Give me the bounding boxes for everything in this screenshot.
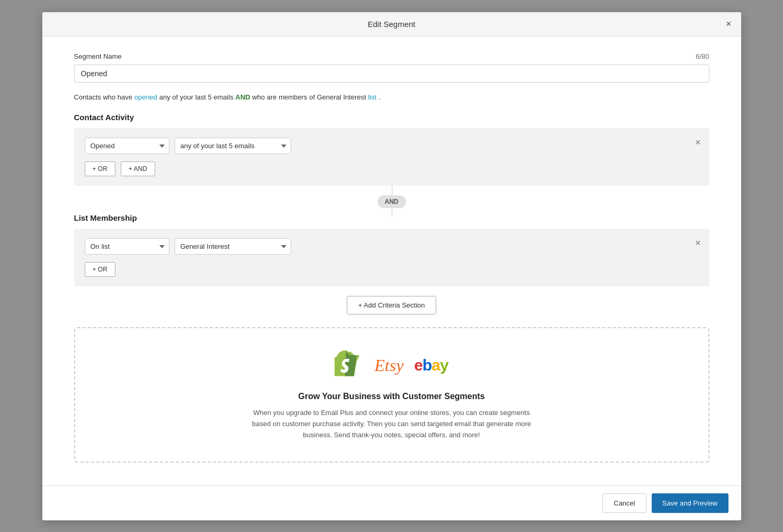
opened-link[interactable]: opened bbox=[134, 93, 157, 101]
modal-header: Edit Segment × bbox=[42, 12, 741, 37]
summary-suffix: who are members of General Interest bbox=[252, 93, 368, 101]
edit-segment-modal: Edit Segment × Segment Name 6/80 Contact… bbox=[42, 12, 741, 520]
and-connector: AND bbox=[74, 190, 709, 213]
summary-prefix: Contacts who have bbox=[74, 93, 134, 101]
upsell-title: Grow Your Business with Customer Segment… bbox=[91, 392, 692, 401]
summary-middle: any of your last 5 emails bbox=[159, 93, 236, 101]
ebay-b: b bbox=[422, 356, 431, 374]
ebay-y: y bbox=[440, 356, 448, 374]
modal-title: Edit Segment bbox=[367, 20, 415, 29]
save-preview-button[interactable]: Save and Preview bbox=[652, 493, 728, 513]
contact-activity-and-button[interactable]: + AND bbox=[121, 161, 155, 176]
contact-activity-title: Contact Activity bbox=[74, 113, 709, 122]
ebay-e: e bbox=[414, 356, 422, 374]
summary-end: . bbox=[379, 93, 381, 101]
contact-activity-criteria: Opened Clicked Not Opened Not Clicked an… bbox=[74, 128, 709, 186]
and-badge: AND bbox=[377, 195, 406, 208]
modal-overlay: Edit Segment × Segment Name 6/80 Contact… bbox=[0, 0, 783, 532]
segment-name-label: Segment Name bbox=[74, 52, 122, 60]
summary-text: Contacts who have opened any of your las… bbox=[74, 92, 709, 103]
segment-name-row: Segment Name 6/80 bbox=[74, 52, 709, 60]
list-membership-or-button[interactable]: + OR bbox=[85, 262, 115, 277]
list-membership-type-select[interactable]: On list Not on list bbox=[85, 238, 169, 255]
ebay-icon: ebay bbox=[414, 356, 448, 374]
contact-activity-section: Contact Activity Opened Clicked Not Open… bbox=[74, 113, 709, 186]
segment-name-input[interactable] bbox=[74, 65, 709, 83]
add-criteria-button[interactable]: + Add Criteria Section bbox=[347, 296, 436, 314]
contact-activity-or-button[interactable]: + OR bbox=[85, 161, 115, 176]
list-membership-criteria: On list Not on list General Interest New… bbox=[74, 229, 709, 286]
close-button[interactable]: × bbox=[726, 19, 732, 29]
upsell-box: Etsy ebay Grow Your Business with Custom… bbox=[74, 327, 709, 463]
modal-footer: Cancel Save and Preview bbox=[42, 485, 741, 520]
contact-activity-actions: + OR + AND bbox=[85, 161, 699, 176]
list-membership-list-select[interactable]: General Interest Newsletter Promotions bbox=[175, 238, 291, 255]
upsell-logos: Etsy ebay bbox=[91, 349, 692, 381]
add-criteria-section: + Add Criteria Section bbox=[74, 296, 709, 314]
contact-activity-emails-select[interactable]: any of your last 5 emails any of your la… bbox=[175, 138, 291, 154]
list-link[interactable]: list bbox=[368, 93, 376, 101]
list-membership-remove-button[interactable]: × bbox=[695, 238, 701, 248]
shopify-icon bbox=[335, 349, 364, 381]
ebay-a: a bbox=[431, 356, 440, 374]
cancel-button[interactable]: Cancel bbox=[602, 493, 646, 513]
list-membership-criteria-row: On list Not on list General Interest New… bbox=[85, 238, 699, 255]
and-link[interactable]: AND bbox=[236, 93, 250, 101]
upsell-description: When you upgrade to Email Plus and conne… bbox=[244, 408, 540, 440]
segment-name-count: 6/80 bbox=[696, 52, 709, 60]
contact-activity-type-select[interactable]: Opened Clicked Not Opened Not Clicked bbox=[85, 138, 169, 154]
contact-activity-criteria-row: Opened Clicked Not Opened Not Clicked an… bbox=[85, 138, 699, 154]
modal-body: Segment Name 6/80 Contacts who have open… bbox=[42, 37, 741, 485]
list-membership-section: List Membership On list Not on list Gene… bbox=[74, 213, 709, 286]
etsy-icon: Etsy bbox=[374, 356, 403, 375]
contact-activity-remove-button[interactable]: × bbox=[695, 138, 701, 147]
list-membership-actions: + OR bbox=[85, 262, 699, 277]
